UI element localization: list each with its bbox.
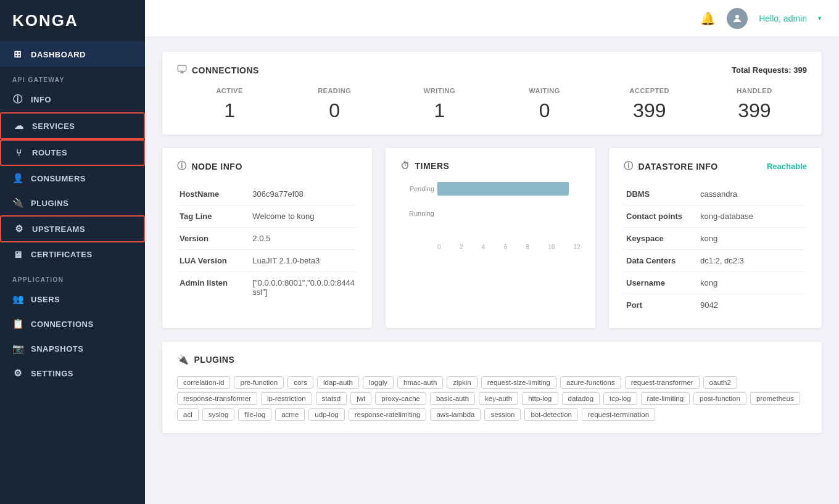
plugin-tag[interactable]: prometheus xyxy=(750,392,800,405)
pending-bar xyxy=(437,182,569,196)
sidebar-item-label: SETTINGS xyxy=(31,369,73,378)
plugin-tag[interactable]: correlation-id xyxy=(177,376,230,389)
plugin-tag[interactable]: ldap-auth xyxy=(317,376,359,389)
total-requests: Total Requests: 399 xyxy=(732,65,807,75)
row-label: Keyspace xyxy=(624,228,698,250)
x-label: 12 xyxy=(574,244,581,250)
info-circle-icon: ⓘ xyxy=(177,160,187,172)
plugin-tag[interactable]: rate-limiting xyxy=(641,392,690,405)
plugin-tag[interactable]: acl xyxy=(177,408,199,421)
plugin-tag[interactable]: proxy-cache xyxy=(375,392,426,405)
sidebar-item-upstreams[interactable]: ⚙ UPSTREAMS xyxy=(0,215,145,242)
routes-icon: ⑂ xyxy=(14,147,25,158)
table-row: LUA VersionLuaJIT 2.1.0-beta3 xyxy=(177,250,357,272)
plugin-tag[interactable]: hmac-auth xyxy=(397,376,443,389)
row-value: dc1:2, dc2:3 xyxy=(698,250,807,272)
plugin-tag[interactable]: udp-log xyxy=(308,408,344,421)
x-axis: 024681012 xyxy=(400,244,581,250)
connections-header: CONNECTIONS Total Requests: 399 xyxy=(177,64,807,76)
sidebar-item-label: ROUTES xyxy=(32,148,67,157)
row-label: DBMS xyxy=(624,183,698,205)
user-label[interactable]: Hello, admin xyxy=(759,14,807,23)
table-row: Keyspacekong xyxy=(624,228,807,250)
plugin-tag[interactable]: post-function xyxy=(693,392,746,405)
plugin-tag[interactable]: request-termination xyxy=(582,408,655,421)
row-value: LuaJIT 2.1.0-beta3 xyxy=(250,250,357,272)
table-row: Usernamekong xyxy=(624,272,807,294)
plugin-tag[interactable]: azure-functions xyxy=(560,376,621,389)
sidebar-item-plugins[interactable]: 🔌 PLUGINS xyxy=(0,191,145,215)
running-bar-row: Running xyxy=(437,207,581,220)
plugin-tag[interactable]: basic-auth xyxy=(430,392,475,405)
plugin-tag[interactable]: loggly xyxy=(363,376,394,389)
table-row: Version2.0.5 xyxy=(177,228,357,250)
plugin-tag[interactable]: zipkin xyxy=(447,376,477,389)
sidebar: KONGA ⊞ DASHBOARD API GATEWAY ⓘ INFO ☁ S… xyxy=(0,0,145,504)
cert-icon: 🖥 xyxy=(12,249,23,260)
timers-title: ⏱ TIMERS xyxy=(400,160,581,171)
row-value: ["0.0.0.0:8001","0.0.0.0:8444 ssl"] xyxy=(250,272,357,304)
sidebar-item-connections[interactable]: 📋 CONNECTIONS xyxy=(0,312,145,336)
table-row: Port9042 xyxy=(624,294,807,316)
stat-handled: HANDLED399 xyxy=(702,87,807,122)
sidebar-item-info[interactable]: ⓘ INFO xyxy=(0,87,145,112)
plugin-tag[interactable]: statsd xyxy=(316,392,347,405)
table-row: Admin listen["0.0.0.0:8001","0.0.0.0:844… xyxy=(177,272,357,304)
row-value: kong xyxy=(698,228,807,250)
sidebar-section-app: APPLICATION xyxy=(0,266,145,287)
sidebar-item-settings[interactable]: ⚙ SETTINGS xyxy=(0,361,145,386)
sidebar-item-services[interactable]: ☁ SERVICES xyxy=(0,112,145,139)
grid-icon: ⊞ xyxy=(12,49,23,60)
plugins-card: 🔌 PLUGINS correlation-idpre-functioncors… xyxy=(162,342,822,433)
plugin-tag[interactable]: oauth2 xyxy=(703,376,737,389)
sidebar-item-label: UPSTREAMS xyxy=(32,225,85,234)
timers-chart: Pending Running 024681012 xyxy=(400,182,581,250)
sidebar-item-consumers[interactable]: 👤 CONSUMERS xyxy=(0,166,145,191)
plugin-tag[interactable]: ip-restriction xyxy=(261,392,312,405)
plugin-tag[interactable]: session xyxy=(484,408,521,421)
plugin-tag[interactable]: cors xyxy=(287,376,313,389)
plugin-tag[interactable]: response-ratelimiting xyxy=(349,408,427,421)
node-info-table: HostName306c9a77ef08Tag LineWelcome to k… xyxy=(177,183,357,303)
sidebar-item-label: SERVICES xyxy=(32,122,75,131)
plugin-tag[interactable]: jwt xyxy=(350,392,371,405)
row-label: Version xyxy=(177,228,250,250)
sidebar-item-routes[interactable]: ⑂ ROUTES xyxy=(0,139,145,166)
pending-bar-row: Pending xyxy=(437,182,581,196)
sidebar-item-users[interactable]: 👥 USERS xyxy=(0,287,145,312)
row-label: Data Centers xyxy=(624,250,698,272)
plugin-tag[interactable]: request-transformer xyxy=(625,376,700,389)
x-label: 10 xyxy=(548,244,555,250)
plugin-tag[interactable]: key-auth xyxy=(479,392,518,405)
plugin-tag[interactable]: response-transformer xyxy=(177,392,257,405)
sidebar-item-label: INFO xyxy=(31,95,51,104)
plugin-tag[interactable]: pre-function xyxy=(234,376,284,389)
plugin-tag[interactable]: http-log xyxy=(522,392,558,405)
plugin-tag[interactable]: acme xyxy=(275,408,305,421)
page-content: CONNECTIONS Total Requests: 399 ACTIVE1R… xyxy=(145,37,839,448)
stat-writing: WRITING1 xyxy=(387,87,492,122)
plugin-tag[interactable]: tcp-log xyxy=(603,392,637,405)
sidebar-item-certificates[interactable]: 🖥 CERTIFICATES xyxy=(0,242,145,266)
x-label: 4 xyxy=(482,244,486,250)
notification-bell-icon[interactable]: 🔔 xyxy=(700,11,716,26)
plugin-tag[interactable]: bot-detection xyxy=(524,408,578,421)
plugin-tag[interactable]: request-size-limiting xyxy=(481,376,556,389)
plugin-tag[interactable]: datadog xyxy=(562,392,600,405)
row-value: kong-database xyxy=(698,205,807,228)
datastore-header: ⓘ DATASTORE INFO Reachable xyxy=(624,160,807,172)
connections-icon: 📋 xyxy=(12,318,23,329)
stat-active: ACTIVE1 xyxy=(177,87,282,122)
pending-label: Pending xyxy=(400,185,434,192)
avatar xyxy=(727,8,748,29)
main-content: 🔔 Hello, admin ▾ CONNECTIONS Total Reque… xyxy=(145,0,839,504)
sidebar-item-snapshots[interactable]: 📷 SNAPSHOTS xyxy=(0,336,145,361)
x-label: 2 xyxy=(460,244,463,250)
plugin-tag[interactable]: aws-lambda xyxy=(430,408,481,421)
plugin-tag[interactable]: file-log xyxy=(238,408,271,421)
table-row: Tag LineWelcome to kong xyxy=(177,205,357,228)
connections-title: CONNECTIONS xyxy=(177,64,259,76)
sidebar-item-dashboard[interactable]: ⊞ DASHBOARD xyxy=(0,42,145,67)
running-label: Running xyxy=(400,210,434,217)
plugin-tag[interactable]: syslog xyxy=(202,408,235,421)
